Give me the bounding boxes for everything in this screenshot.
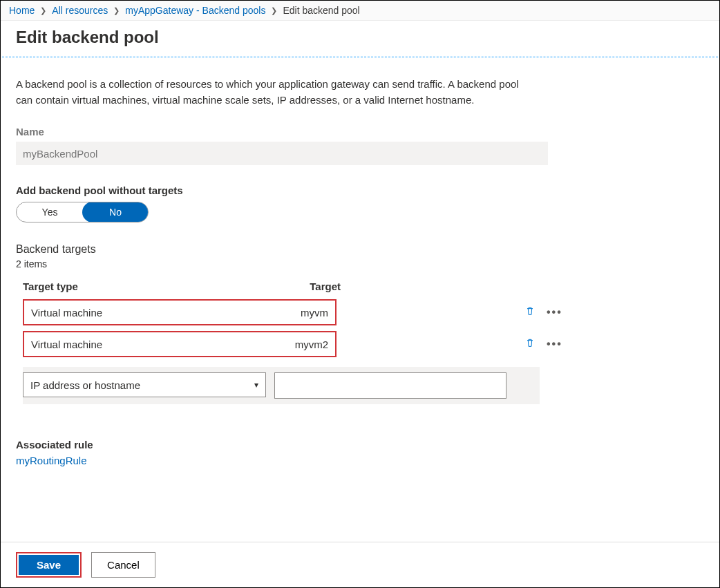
toggle-no[interactable]: No [82,202,149,222]
chevron-right-icon: ❯ [271,6,277,15]
associated-rule-label: Associated rule [16,439,704,451]
targets-table: Target type Target [16,276,569,296]
table-row: Virtual machine myvm ••• [16,296,704,328]
breadcrumb-current: Edit backend pool [283,5,359,16]
breadcrumb: Home ❯ All resources ❯ myAppGateway - Ba… [1,1,719,21]
target-type-value: Virtual machine [31,307,102,319]
table-row: Virtual machine myvm2 ••• [16,328,704,360]
backend-targets-heading: Backend targets [16,243,704,256]
trash-icon[interactable] [524,337,536,351]
trash-icon[interactable] [524,305,536,319]
target-row-2[interactable]: Virtual machine myvm2 [23,331,337,357]
target-row-1[interactable]: Virtual machine myvm [23,299,337,325]
target-value: myvm2 [295,339,328,350]
footer: Save Cancel [1,542,719,587]
target-type-dropdown[interactable]: IP address or hostname ▾ [23,372,266,397]
col-target-type: Target type [16,276,272,296]
breadcrumb-all-resources[interactable]: All resources [52,5,108,16]
toggle-yes[interactable]: Yes [17,202,83,222]
target-value-input[interactable] [274,372,506,399]
chevron-down-icon: ▾ [254,380,258,390]
cancel-button[interactable]: Cancel [91,552,155,578]
target-type-value: Virtual machine [31,339,102,350]
page-title: Edit backend pool [16,28,704,47]
breadcrumb-home[interactable]: Home [9,5,35,16]
without-targets-toggle[interactable]: Yes No [16,202,149,222]
name-label: Name [16,126,704,137]
breadcrumb-gateway-pools[interactable]: myAppGateway - Backend pools [125,5,265,16]
more-icon[interactable]: ••• [547,338,562,350]
without-targets-label: Add backend pool without targets [16,184,704,196]
backend-targets-count: 2 items [16,258,704,269]
more-icon[interactable]: ••• [547,306,562,319]
description-text: A backend pool is a collection of resour… [16,77,527,108]
add-target-row: IP address or hostname ▾ [23,367,540,404]
name-input [16,142,548,165]
col-target: Target [272,276,348,296]
target-value: myvm [301,307,328,319]
associated-rule-link[interactable]: myRoutingRule [16,455,87,466]
dropdown-value: IP address or hostname [30,379,140,391]
chevron-right-icon: ❯ [113,6,120,15]
save-button[interactable]: Save [19,555,79,575]
chevron-right-icon: ❯ [40,6,46,15]
save-highlight: Save [16,552,82,578]
